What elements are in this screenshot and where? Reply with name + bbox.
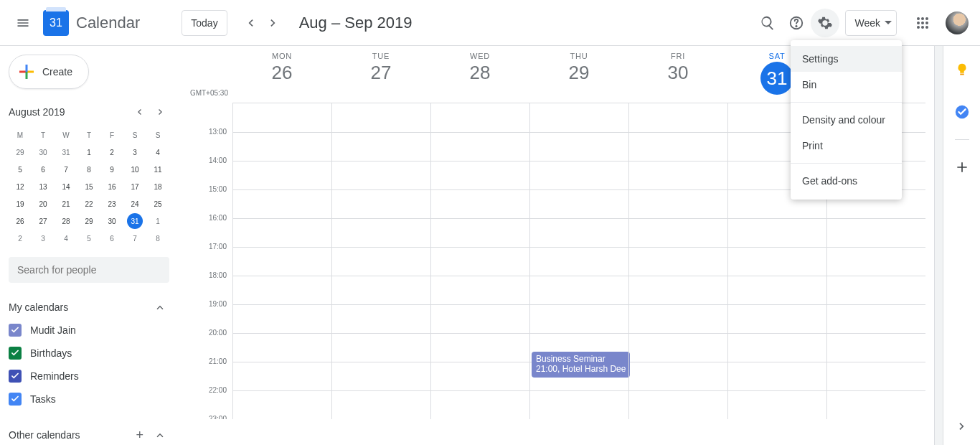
mini-date-cell[interactable]: 31 — [127, 213, 143, 229]
day-header[interactable]: THU29 — [529, 46, 628, 103]
calendar-item[interactable]: Birthdays — [9, 342, 169, 365]
mini-date-cell[interactable]: 2 — [9, 230, 32, 247]
mini-date-cell[interactable]: 12 — [9, 178, 32, 195]
mini-date-cell[interactable]: 2 — [100, 144, 123, 161]
add-other-calendar-button[interactable]: + — [133, 425, 146, 446]
mini-date-cell[interactable]: 11 — [146, 161, 169, 178]
keep-button[interactable] — [948, 56, 976, 85]
mini-date-cell[interactable]: 29 — [9, 144, 32, 161]
mini-date-cell[interactable]: 15 — [77, 178, 100, 195]
mini-date-cell[interactable]: 30 — [100, 212, 123, 230]
menu-item-settings[interactable]: Settings — [791, 46, 902, 72]
mini-date-cell[interactable]: 17 — [123, 178, 146, 195]
mini-date-cell[interactable]: 3 — [123, 144, 146, 161]
mini-date-cell[interactable]: 8 — [146, 230, 169, 247]
mini-date-cell[interactable]: 22 — [77, 195, 100, 212]
mini-date-cell[interactable]: 6 — [100, 230, 123, 247]
collapse-other-calendars[interactable] — [151, 426, 169, 444]
calendar-item[interactable]: Tasks — [9, 388, 169, 411]
day-number: 28 — [430, 62, 529, 84]
mini-date-cell[interactable]: 21 — [55, 195, 77, 212]
search-button[interactable] — [753, 9, 782, 37]
mini-date-cell[interactable]: 8 — [77, 161, 100, 178]
mini-date-cell[interactable]: 20 — [32, 195, 55, 212]
settings-button[interactable] — [811, 9, 839, 37]
day-column[interactable] — [430, 103, 529, 419]
mini-date-cell[interactable]: 10 — [123, 161, 146, 178]
calendar-checkbox[interactable] — [9, 347, 22, 360]
day-column[interactable] — [232, 103, 331, 419]
next-week-button[interactable] — [262, 11, 285, 34]
mini-date-cell[interactable]: 29 — [77, 212, 100, 230]
calendar-checkbox[interactable] — [9, 324, 22, 337]
hide-side-panel-button[interactable] — [949, 413, 975, 439]
mini-date-cell[interactable]: 19 — [9, 195, 32, 212]
mini-date-cell[interactable]: 6 — [32, 161, 55, 178]
search-people-box[interactable] — [9, 257, 169, 283]
mini-date-cell[interactable]: 13 — [32, 178, 55, 195]
tasks-icon — [954, 104, 970, 120]
mini-calendar[interactable]: MTWTFSS293031123456789101112131415161718… — [9, 126, 169, 247]
search-people-input[interactable] — [17, 264, 161, 276]
help-button[interactable] — [782, 9, 811, 37]
tasks-button[interactable] — [948, 98, 976, 126]
mini-date-cell[interactable]: 24 — [123, 195, 146, 212]
mini-date-cell[interactable]: 3 — [32, 230, 55, 247]
day-header[interactable]: FRI30 — [628, 46, 727, 103]
event-detail: 21:00, Hotel Harsh Dee — [536, 364, 626, 374]
hour-label: 16:00 — [178, 214, 227, 243]
mini-date-cell[interactable]: 26 — [9, 212, 32, 230]
mini-date-cell[interactable]: 5 — [77, 230, 100, 247]
google-apps-button[interactable] — [908, 9, 937, 37]
mini-date-cell[interactable]: 16 — [100, 178, 123, 195]
mini-date-cell[interactable]: 31 — [55, 144, 77, 161]
mini-date-cell[interactable]: 25 — [146, 195, 169, 212]
collapse-my-calendars[interactable] — [151, 298, 169, 317]
day-header[interactable]: TUE27 — [331, 46, 430, 103]
day-header[interactable]: WED28 — [430, 46, 529, 103]
day-column[interactable] — [628, 103, 727, 419]
mini-date-cell[interactable]: 4 — [146, 144, 169, 161]
mini-date-cell[interactable]: 4 — [55, 230, 77, 247]
addons-button[interactable] — [948, 153, 976, 182]
menu-item-print[interactable]: Print — [791, 133, 902, 159]
mini-date-cell[interactable]: 30 — [32, 144, 55, 161]
menu-item-bin[interactable]: Bin — [791, 72, 902, 98]
mini-prev-button[interactable] — [131, 103, 148, 121]
mini-date-cell[interactable]: 1 — [77, 144, 100, 161]
mini-date-cell[interactable]: 1 — [146, 212, 169, 230]
svg-point-1 — [796, 25, 797, 26]
calendar-checkbox[interactable] — [9, 370, 22, 383]
scrollbar[interactable] — [934, 46, 943, 445]
mini-date-cell[interactable]: 7 — [55, 161, 77, 178]
view-switcher[interactable]: Week — [845, 10, 897, 36]
today-button[interactable]: Today — [182, 10, 227, 36]
day-column[interactable] — [331, 103, 430, 419]
mini-date-cell[interactable]: 7 — [123, 230, 146, 247]
prev-week-button[interactable] — [239, 11, 262, 34]
mini-date-cell[interactable]: 5 — [9, 161, 32, 178]
day-of-week: THU — [529, 52, 628, 60]
calendar-checkbox[interactable] — [9, 393, 22, 406]
create-button[interactable]: Create — [9, 55, 89, 89]
mini-date-cell[interactable]: 28 — [55, 212, 77, 230]
mini-date-cell[interactable]: 14 — [55, 178, 77, 195]
main-menu-button[interactable] — [6, 6, 40, 40]
mini-date-cell[interactable]: 27 — [32, 212, 55, 230]
calendar-item[interactable]: Mudit Jain — [9, 319, 169, 342]
my-calendars-header[interactable]: My calendars — [9, 296, 169, 319]
app-logo[interactable]: 31 Calendar — [43, 10, 140, 36]
mini-date-cell[interactable]: 18 — [146, 178, 169, 195]
account-avatar[interactable] — [946, 11, 969, 34]
mini-next-button[interactable] — [152, 103, 169, 121]
mini-date-cell[interactable]: 9 — [100, 161, 123, 178]
mini-date-cell[interactable]: 23 — [100, 195, 123, 212]
day-header[interactable]: MON26 — [232, 46, 331, 103]
other-calendars-header[interactable]: Other calendars + — [9, 423, 169, 445]
search-icon — [760, 15, 776, 31]
day-column[interactable]: Business Seminar21:00, Hotel Harsh Dee — [529, 103, 628, 419]
calendar-item[interactable]: Reminders — [9, 365, 169, 388]
calendar-event[interactable]: Business Seminar21:00, Hotel Harsh Dee — [532, 352, 630, 378]
menu-item-addons[interactable]: Get add-ons — [791, 168, 902, 194]
menu-item-density[interactable]: Density and colour — [791, 107, 902, 133]
